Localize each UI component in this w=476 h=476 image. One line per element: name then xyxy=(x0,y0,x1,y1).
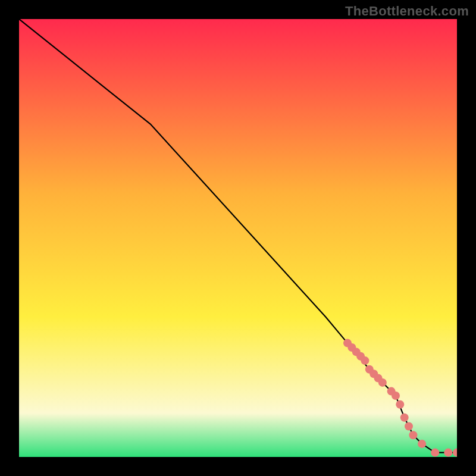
plot-area xyxy=(19,19,457,457)
marker-point xyxy=(392,392,400,400)
marker-point xyxy=(396,400,404,409)
marker-point xyxy=(378,378,387,387)
marker-point xyxy=(405,422,413,431)
chart-svg xyxy=(19,19,457,457)
marker-point xyxy=(431,449,439,457)
marker-point xyxy=(400,414,409,422)
marker-point xyxy=(361,356,369,365)
marker-point xyxy=(409,431,417,439)
chart-frame: TheBottleneck.com xyxy=(0,0,476,476)
watermark-text: TheBottleneck.com xyxy=(345,4,469,19)
marker-point xyxy=(418,440,426,448)
marker-point xyxy=(444,449,452,457)
